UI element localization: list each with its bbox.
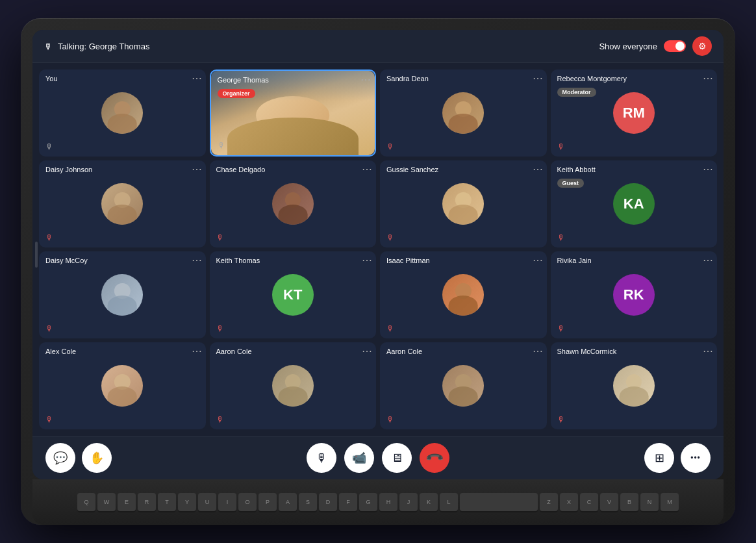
show-everyone-label: Show everyone [599, 42, 657, 51]
mic-status-george: 🎙 [218, 141, 225, 150]
participant-card-keith-abbott: Keith Abbott ⋯ Guest KA 🎙 [551, 160, 718, 247]
spacebar-key[interactable] [460, 493, 538, 511]
participant-name-daisy-m: Daisy McCoy [45, 257, 88, 264]
key[interactable]: X [560, 493, 578, 511]
mic-icon-header: 🎙 [44, 42, 53, 51]
participant-card-aaron2: Aaron Cole ⋯ 🎙 [380, 342, 547, 429]
participant-name-rivika: Rivika Jain [557, 257, 592, 264]
key[interactable]: H [379, 493, 397, 511]
participant-name-daisy-j: Daisy Johnson [45, 166, 92, 173]
end-call-button[interactable]: 📞 [420, 443, 449, 473]
more-button-isaac[interactable]: ⋯ [533, 255, 543, 266]
show-everyone-toggle[interactable] [664, 40, 686, 52]
key[interactable]: D [319, 493, 337, 511]
avatar-sandra [442, 92, 484, 134]
header-bar: 🎙 Talking: George Thomas Show everyone ⚙ [32, 30, 724, 63]
more-button-you[interactable]: ⋯ [192, 73, 202, 84]
mic-status-rebecca: 🎙 [557, 142, 565, 151]
more-options-icon: ••• [690, 453, 701, 462]
mic-status-you: 🎙 [45, 142, 53, 151]
more-button-chase[interactable]: ⋯ [362, 164, 372, 175]
more-button-shawn[interactable]: ⋯ [703, 346, 713, 357]
grid-icon: ⊞ [655, 451, 664, 465]
key[interactable]: I [218, 493, 236, 511]
more-button-rebecca[interactable]: ⋯ [703, 73, 713, 84]
participant-name-chase: Chase Delgado [216, 166, 266, 173]
settings-button[interactable]: ⚙ [692, 36, 712, 56]
more-options-button[interactable]: ••• [681, 443, 711, 473]
more-button-daisy-j[interactable]: ⋯ [192, 164, 202, 175]
key[interactable]: V [600, 493, 618, 511]
chat-icon: 💬 [53, 451, 68, 465]
participant-card-rebecca: Rebecca Montgomery ⋯ Moderator RM 🎙 [551, 69, 718, 157]
avatar-keith-thomas: KT [272, 274, 314, 316]
participant-name-aaron2: Aaron Cole [386, 347, 422, 355]
key[interactable]: A [279, 493, 297, 511]
key[interactable]: N [640, 493, 659, 511]
avatar-chase [272, 183, 314, 225]
sidebar-handle [35, 242, 38, 268]
key[interactable]: T [158, 493, 176, 511]
mic-status-keith-abbott: 🎙 [557, 233, 565, 242]
mic-status-chase: 🎙 [216, 233, 224, 242]
key[interactable]: O [238, 493, 257, 511]
more-button-george[interactable]: ⋯ [360, 75, 371, 85]
mic-status-isaac: 🎙 [386, 324, 394, 333]
key[interactable]: J [399, 493, 418, 511]
participant-card-rivika: Rivika Jain ⋯ RK 🎙 [551, 251, 718, 338]
key[interactable]: Y [178, 493, 196, 511]
participant-card-aaron1: Aaron Cole ⋯ 🎙 [210, 342, 377, 429]
mic-status-keith-thomas: 🎙 [216, 324, 224, 333]
key[interactable]: B [620, 493, 638, 511]
mic-status-sandra: 🎙 [386, 142, 394, 151]
more-button-aaron2[interactable]: ⋯ [533, 346, 543, 357]
key[interactable]: P [258, 493, 277, 511]
keyboard-area: Q W E R T Y U I O P A S D F G H J K L Z … [32, 479, 724, 525]
avatar-aaron2 [442, 365, 484, 407]
more-button-keith-thomas[interactable]: ⋯ [362, 255, 372, 266]
key[interactable]: L [440, 493, 458, 511]
more-button-aaron1[interactable]: ⋯ [362, 346, 372, 357]
more-button-alex[interactable]: ⋯ [192, 346, 202, 357]
key[interactable]: M [661, 493, 679, 511]
grid-view-button[interactable]: ⊞ [644, 443, 674, 473]
more-button-gussie[interactable]: ⋯ [533, 164, 543, 175]
key[interactable]: U [198, 493, 216, 511]
key[interactable]: R [138, 493, 156, 511]
settings-icon: ⚙ [698, 41, 707, 51]
participant-card-isaac: Isaac Pittman ⋯ 🎙 [380, 251, 547, 338]
avatar-alex [101, 365, 143, 407]
raise-hand-button[interactable]: ✋ [82, 443, 112, 473]
more-button-keith-abbott[interactable]: ⋯ [703, 164, 713, 175]
avatar-rebecca: RM [613, 92, 655, 134]
more-button-daisy-m[interactable]: ⋯ [192, 255, 202, 266]
more-button-rivika[interactable]: ⋯ [703, 255, 713, 266]
key[interactable]: C [580, 493, 598, 511]
key[interactable]: G [359, 493, 377, 511]
more-button-sandra[interactable]: ⋯ [533, 73, 543, 84]
key[interactable]: W [97, 493, 116, 511]
key[interactable]: S [299, 493, 317, 511]
moderator-badge: Moderator [557, 88, 596, 97]
guest-badge: Guest [557, 179, 585, 188]
mic-status-aaron2: 🎙 [386, 415, 394, 424]
video-icon: 📹 [352, 451, 366, 465]
mic-icon: 🎙 [316, 451, 327, 465]
participant-card-shawn: Shawn McCormick ⋯ 🎙 [551, 342, 718, 429]
key[interactable]: K [420, 493, 438, 511]
key[interactable]: E [118, 493, 136, 511]
screen-share-button[interactable]: 🖥 [382, 443, 412, 473]
participant-name-george: George Thomas [218, 76, 269, 84]
key[interactable]: Z [540, 493, 558, 511]
organizer-badge: Organizer [218, 89, 255, 98]
end-call-icon: 📞 [424, 448, 444, 468]
avatar-daisy-j [101, 183, 143, 225]
key[interactable]: F [339, 493, 357, 511]
video-button[interactable]: 📹 [344, 443, 374, 473]
mic-button[interactable]: 🎙 [307, 443, 336, 473]
chat-button[interactable]: 💬 [45, 443, 75, 473]
key[interactable]: Q [77, 493, 95, 511]
participant-card-alex: Alex Cole ⋯ 🎙 [39, 342, 206, 429]
participant-name-alex: Alex Cole [45, 347, 76, 355]
participant-name-sandra: Sandra Dean [386, 75, 429, 82]
